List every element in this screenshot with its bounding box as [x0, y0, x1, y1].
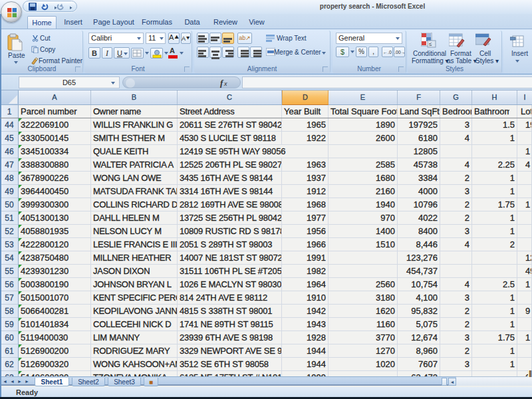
- svg-text:≤: ≤: [429, 41, 432, 47]
